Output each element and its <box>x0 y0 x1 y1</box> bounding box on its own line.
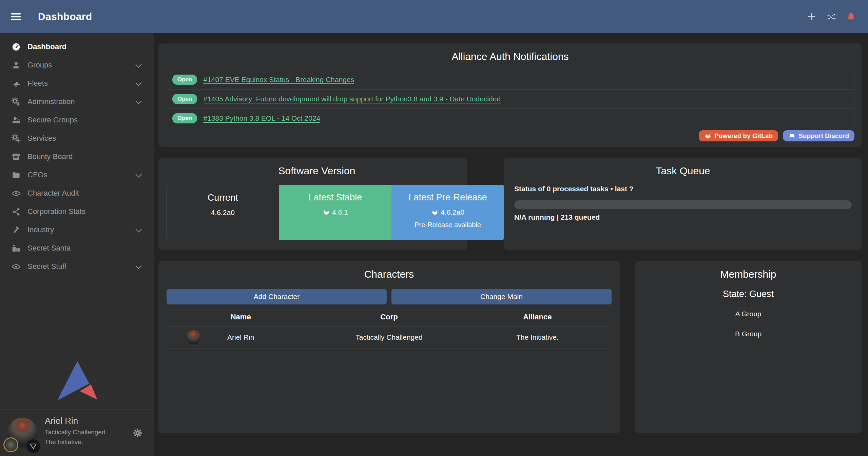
sidebar-item-label: Groups <box>27 61 52 70</box>
user-alliance: The Initiative. <box>45 438 105 446</box>
membership-group-item: B Group <box>643 324 854 344</box>
topbar-actions <box>807 12 856 21</box>
task-queue-panel: Task Queue Status of 0 processed tasks •… <box>504 158 862 250</box>
version-latest-prerelease: Latest Pre-Release 4.6.2a0 Pre-Release a… <box>391 185 504 240</box>
gitlab-icon <box>704 132 712 140</box>
sidebar: DashboardGroupsFleetsAdministrationSecur… <box>0 33 154 456</box>
main-content: Alliance Auth Notifications Open#1407 EV… <box>154 33 868 456</box>
membership-title: Membership <box>643 269 854 280</box>
header-corp: Corp <box>315 313 463 321</box>
task-queue-title: Task Queue <box>514 165 852 177</box>
hammer-icon <box>12 225 21 235</box>
sidebar-item-label: Services <box>27 134 56 143</box>
bell-icon[interactable] <box>846 12 856 21</box>
page-title: Dashboard <box>38 11 92 22</box>
version-current-value: 4.6.2a0 <box>211 209 235 217</box>
gitlab-badge-label: Powered by GitLab <box>714 132 773 140</box>
version-prerelease-label: Latest Pre-Release <box>409 192 487 203</box>
chevron-down-icon <box>135 80 141 86</box>
plus-icon[interactable] <box>807 12 816 21</box>
sidebar-item-fleets[interactable]: Fleets <box>0 74 154 93</box>
user-icon <box>12 61 21 70</box>
settings-gear-icon[interactable] <box>133 428 143 438</box>
notification-link[interactable]: #1383 Python 3.8 EOL - 14 Oct 2024 <box>203 114 320 122</box>
sidebar-item-corporation-stats[interactable]: Corporation Stats <box>0 202 154 221</box>
sidebar-item-groups[interactable]: Groups <box>0 56 154 74</box>
software-version-title: Software Version <box>166 165 467 177</box>
character-name-cell: Ariel Rin <box>167 333 315 341</box>
add-character-button[interactable]: Add Character <box>167 289 387 304</box>
version-stable-value: 4.6.1 <box>332 208 348 216</box>
sidebar-item-dashboard[interactable]: Dashboard <box>0 38 154 56</box>
version-current: Current 4.6.2a0 <box>166 185 279 240</box>
gauge-icon <box>12 42 21 52</box>
gears-icon <box>12 134 21 143</box>
characters-title: Characters <box>167 269 612 280</box>
characters-table-header: Name Corp Alliance <box>167 306 612 326</box>
discord-badge-label: Support Discord <box>798 132 849 140</box>
sidebar-item-secret-stuff[interactable]: Secret Stuff <box>0 257 154 276</box>
sidebar-item-label: Administration <box>27 97 75 106</box>
software-version-panel: Software Version Current 4.6.2a0 Latest … <box>158 158 467 250</box>
sidebar-item-label: Bounty Board <box>27 152 73 161</box>
sidebar-item-label: CEOs <box>27 171 47 179</box>
sidebar-item-administration[interactable]: Administration <box>0 93 154 111</box>
sidebar-item-secret-santa[interactable]: Secret Santa <box>0 239 154 257</box>
sidebar-item-ceos[interactable]: CEOs <box>0 166 154 184</box>
gears-icon <box>12 97 21 106</box>
status-badge: Open <box>172 113 197 123</box>
task-queue-status: Status of 0 processed tasks • last ? <box>514 185 852 193</box>
shuffle-icon[interactable] <box>827 12 836 21</box>
sidebar-item-secure-groups[interactable]: Secure Groups <box>0 111 154 129</box>
change-main-button[interactable]: Change Main <box>391 289 612 304</box>
notifications-panel: Alliance Auth Notifications Open#1407 EV… <box>158 43 862 147</box>
discord-icon <box>788 132 796 140</box>
character-corp: Tactically Challenged <box>315 333 463 341</box>
chevron-down-icon <box>135 171 141 177</box>
header-alliance: Alliance <box>463 313 612 321</box>
version-current-label: Current <box>208 193 238 203</box>
sidebar-user-card: Ariel Rin Tactically Challenged The Init… <box>0 409 154 456</box>
status-badge: Open <box>172 75 197 85</box>
topbar: Dashboard <box>0 0 868 33</box>
membership-panel: Membership State: Guest A GroupB Group <box>635 261 862 433</box>
jet-icon <box>12 79 21 88</box>
character-row: Ariel RinTactically ChallengedThe Initia… <box>167 326 612 349</box>
sidebar-item-services[interactable]: Services <box>0 129 154 147</box>
sidebar-menu: DashboardGroupsFleetsAdministrationSecur… <box>0 33 154 276</box>
version-latest-stable: Latest Stable 4.6.1 <box>279 185 392 240</box>
gitlab-icon <box>323 209 330 216</box>
hamburger-menu-icon[interactable] <box>10 11 22 22</box>
share-icon <box>12 207 21 216</box>
membership-state: State: Guest <box>643 289 854 299</box>
eye-icon <box>12 262 21 271</box>
corp-logo-badge <box>3 437 18 452</box>
sidebar-item-industry[interactable]: Industry <box>0 221 154 239</box>
sidebar-item-character-audit[interactable]: Character Audit <box>0 184 154 202</box>
discord-badge[interactable]: Support Discord <box>783 130 854 141</box>
sidebar-item-label: Corporation Stats <box>27 207 85 216</box>
sidebar-item-label: Secure Groups <box>27 116 78 124</box>
gitlab-icon <box>431 209 439 216</box>
notification-row: Open#1407 EVE Equinox Status - Breaking … <box>166 70 854 89</box>
version-stable-label: Latest Stable <box>309 192 362 203</box>
user-corp: Tactically Challenged <box>45 429 105 436</box>
notification-row: Open#1383 Python 3.8 EOL - 14 Oct 2024 <box>166 108 854 128</box>
sidebar-item-label: Industry <box>27 225 54 234</box>
notification-row: Open#1405 Advisory: Future development w… <box>166 89 854 108</box>
sidebar-item-bounty-board[interactable]: Bounty Board <box>0 147 154 166</box>
gitlab-badge[interactable]: Powered by GitLab <box>699 130 778 141</box>
characters-table: Name Corp Alliance Ariel RinTactically C… <box>167 306 612 349</box>
chevron-down-icon <box>135 263 141 269</box>
chevron-down-icon <box>135 61 141 67</box>
chevron-down-icon <box>135 226 141 232</box>
folder-icon <box>12 171 21 180</box>
membership-groups: A GroupB Group <box>643 304 854 344</box>
notifications-list: Open#1407 EVE Equinox Status - Breaking … <box>166 70 854 128</box>
alliance-auth-logo <box>0 359 154 409</box>
alliance-logo-badge <box>26 439 40 453</box>
notification-link[interactable]: #1405 Advisory: Future development will … <box>203 95 501 103</box>
notification-link[interactable]: #1407 EVE Equinox Status - Breaking Chan… <box>203 76 354 84</box>
sidebar-item-label: Dashboard <box>27 42 66 51</box>
notifications-footer: Powered by GitLab Support Discord <box>166 130 854 141</box>
